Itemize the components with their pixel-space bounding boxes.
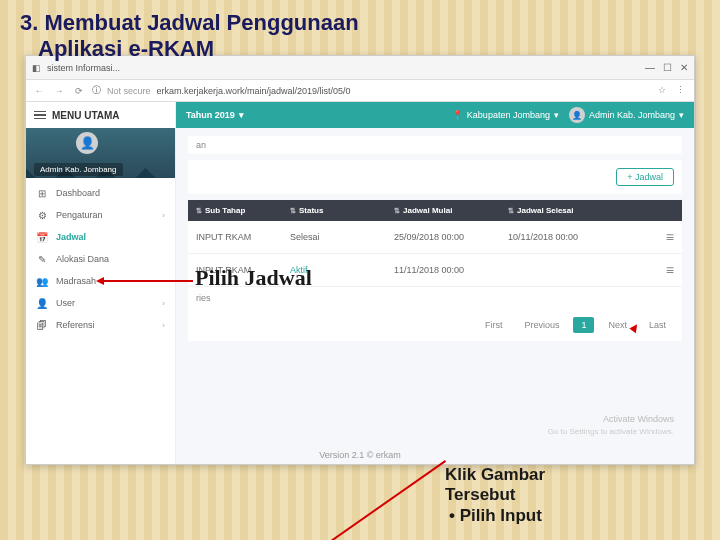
chevron-down-icon: ▾ xyxy=(554,110,559,120)
row-menu-icon[interactable]: ≡ xyxy=(666,262,674,278)
menu-icon: ✎ xyxy=(36,253,48,265)
menu-icon: 📅 xyxy=(36,231,48,243)
map-pin-icon: 📍 xyxy=(452,110,463,120)
breadcrumb: an xyxy=(188,136,682,154)
chevron-right-icon: › xyxy=(162,211,165,220)
menu-icon: ⊞ xyxy=(36,187,48,199)
avatar: 👤 xyxy=(76,132,98,154)
menu-icon: 👤 xyxy=(36,297,48,309)
sidebar-item-alokasi-dana[interactable]: ✎Alokasi Dana xyxy=(26,248,175,270)
add-jadwal-button[interactable]: + Jadwal xyxy=(616,168,674,186)
menu-label: Alokasi Dana xyxy=(56,254,109,264)
menu-label: Madrasah xyxy=(56,276,96,286)
year-selector[interactable]: Tahun 2019▾ xyxy=(186,110,244,120)
security-label: Not secure xyxy=(107,86,151,96)
menu-icon: 👥 xyxy=(36,275,48,287)
forward-icon[interactable]: → xyxy=(52,84,66,98)
top-bar: Tahun 2019▾ 📍 Kabupaten Jombang▾ 👤 Admin… xyxy=(176,102,694,128)
cell-mulai: 11/11/2018 00:00 xyxy=(394,265,504,275)
menu-icon[interactable]: ⋮ xyxy=(676,85,688,97)
annotation-arrow-menu xyxy=(445,320,665,460)
annotation-pilih-jadwal: Pilih Jadwal xyxy=(195,265,312,291)
col-jadwal-selesai[interactable]: ⇅Jadwal Selesai xyxy=(508,206,618,215)
chevron-down-icon: ▾ xyxy=(239,110,244,120)
profile-card: 👤 Admin Kab. Jombang xyxy=(26,128,175,178)
annotation-arrow-jadwal xyxy=(98,280,193,282)
info-icon[interactable]: ⓘ xyxy=(92,84,101,97)
sidebar-item-dashboard[interactable]: ⊞Dashboard xyxy=(26,182,175,204)
col-sub-tahap[interactable]: ⇅Sub Tahap xyxy=(196,206,286,215)
annotation-klik-gambar: Klik GambarTersebut• Pilih Input xyxy=(445,465,545,526)
profile-name: Admin Kab. Jombang xyxy=(34,163,123,176)
sidebar-item-jadwal[interactable]: 📅Jadwal xyxy=(26,226,175,248)
menu-icon: ⚙ xyxy=(36,209,48,221)
hamburger-icon[interactable] xyxy=(34,111,46,120)
table-row: INPUT RKAMSelesai25/09/2018 00:0010/11/2… xyxy=(188,221,682,254)
sidebar-item-user[interactable]: 👤User› xyxy=(26,292,175,314)
sidebar-item-referensi[interactable]: 🗐Referensi› xyxy=(26,314,175,336)
cell-sub: INPUT RKAM xyxy=(196,232,286,242)
row-menu-icon[interactable]: ≡ xyxy=(666,229,674,245)
col-status[interactable]: ⇅Status xyxy=(290,206,390,215)
avatar-icon: 👤 xyxy=(569,107,585,123)
slide-title: 3. Membuat Jadwal Penggunaan Aplikasi e-… xyxy=(20,10,700,63)
sidebar-header: MENU UTAMA xyxy=(26,102,175,128)
sidebar-item-pengaturan[interactable]: ⚙Pengaturan› xyxy=(26,204,175,226)
url-bar: ← → ⟳ ⓘ Not secure erkam.kerjakerja.work… xyxy=(26,80,694,102)
back-icon[interactable]: ← xyxy=(32,84,46,98)
menu-label: Dashboard xyxy=(56,188,100,198)
cell-status: Selesai xyxy=(290,232,390,242)
menu-list: ⊞Dashboard⚙Pengaturan›📅Jadwal✎Alokasi Da… xyxy=(26,178,175,340)
location-tag[interactable]: 📍 Kabupaten Jombang▾ xyxy=(452,110,559,120)
chevron-right-icon: › xyxy=(162,321,165,330)
chevron-right-icon: › xyxy=(162,299,165,308)
star-icon[interactable]: ☆ xyxy=(658,85,670,97)
menu-label: Referensi xyxy=(56,320,95,330)
table-header: ⇅Sub Tahap ⇅Status ⇅Jadwal Mulai ⇅Jadwal… xyxy=(188,200,682,221)
menu-icon: 🗐 xyxy=(36,319,48,331)
url-text[interactable]: erkam.kerjakerja.work/main/jadwal/2019/l… xyxy=(157,86,652,96)
chevron-down-icon: ▾ xyxy=(679,110,684,120)
col-jadwal-mulai[interactable]: ⇅Jadwal Mulai xyxy=(394,206,504,215)
user-menu[interactable]: 👤 Admin Kab. Jombang▾ xyxy=(569,107,684,123)
menu-label: Pengaturan xyxy=(56,210,103,220)
cell-mulai: 25/09/2018 00:00 xyxy=(394,232,504,242)
menu-label: User xyxy=(56,298,75,308)
cell-selesai: 10/11/2018 00:00 xyxy=(508,232,618,242)
menu-label: Jadwal xyxy=(56,232,86,242)
reload-icon[interactable]: ⟳ xyxy=(72,84,86,98)
